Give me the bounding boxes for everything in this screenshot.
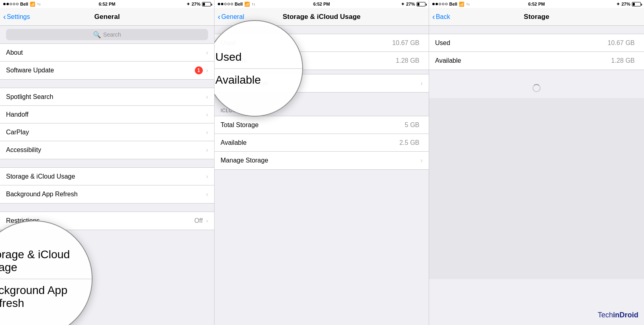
watermark-tech: Tech [598,311,613,319]
accessibility-row[interactable]: Accessibility › [0,141,214,159]
status-right-2: ✦ 27% [401,2,425,7]
status-bar-2: Bell 📶 ↑↓ 6:52 PM ✦ 27% [215,0,429,8]
back-button-3[interactable]: ‹ Back [432,13,450,21]
software-update-row[interactable]: Software Update 1 › [0,62,214,79]
signal-dots-1 [3,3,19,5]
icloud-available-row: Available 2.5 GB [215,134,429,152]
bluetooth-icon-2: ✦ [401,2,405,7]
status-bar-1: Bell 📶 ↑↓ 6:52 PM ✦ 27% [0,0,214,8]
signal-dots-3 [432,3,448,5]
dot3-1 [432,3,435,5]
manage-storage-chevron: › [421,80,423,87]
accessibility-chevron: › [206,146,208,154]
gray-content-area [429,98,644,279]
about-label: About [6,49,206,56]
time-3: 6:52 PM [528,2,545,6]
dot3-3 [439,3,441,5]
spacer-2 [0,159,214,167]
available-row-3: Available 1.28 GB [429,52,644,70]
handoff-chevron: › [206,111,208,118]
dot3 [10,3,12,5]
back-label-2[interactable]: General [221,13,244,21]
available-value-3: 1.28 GB [611,57,635,64]
storage-detail-group: Used 10.67 GB Available 1.28 GB [429,34,644,70]
background-app-chevron: › [206,191,208,198]
bluetooth-icon-1: ✦ [186,2,190,7]
handoff-row[interactable]: Handoff › [0,106,214,123]
icloud-available-label: Available [221,139,399,146]
used-value-2: 10.67 GB [392,39,419,47]
status-left-2: Bell 📶 ↑↓ [218,2,255,7]
spacer-3a [429,26,644,34]
about-row[interactable]: About › [0,44,214,62]
used-row-3: Used 10.67 GB [429,34,644,52]
battery-percent-3: 27% [621,2,630,6]
icloud-total-value: 5 GB [405,121,419,129]
carplay-row[interactable]: CarPlay › [0,123,214,141]
wifi-icon-1: 📶 [30,2,35,7]
available-label-3: Available [435,57,611,64]
spinner-container [429,78,644,98]
dot2-4 [227,3,230,5]
panel-storage-icloud: Bell 📶 ↑↓ 6:52 PM ✦ 27% ‹ General Storag… [215,0,429,325]
magnifier-row-available: Available [215,69,302,91]
icloud-manage-row[interactable]: Manage Storage › [215,152,429,169]
dot2-3 [224,3,227,5]
dot3-5 [445,3,448,5]
spotlight-row[interactable]: Spotlight Search › [0,88,214,106]
content-3: Used 10.67 GB Available 1.28 GB [429,26,644,325]
icloud-total-row: Total Storage 5 GB [215,116,429,134]
magnifier-row-used: Used [215,46,302,69]
battery-fill-3 [633,3,635,6]
table-group-1: About › Software Update 1 › [0,43,214,80]
carrier-1: Bell [20,2,28,6]
dot2 [6,3,9,5]
restrictions-value: Off [194,217,203,224]
battery-icon-3 [632,2,641,6]
software-update-badge: 1 [195,66,203,74]
watermark: TechinDroid [598,311,638,319]
restrictions-chevron: › [206,217,208,224]
nav-bar-1: ‹ Settings General [0,8,214,26]
nav-title-1: General [94,13,120,21]
back-chevron-2: ‹ [218,12,221,21]
nav-title-2: Storage & iCloud Usage [283,13,361,21]
spotlight-chevron: › [206,93,208,101]
back-settings-button[interactable]: ‹ Settings [3,13,30,21]
dot5 [16,3,19,5]
background-app-row[interactable]: Background App Refresh › [0,185,214,203]
about-chevron: › [206,49,208,56]
magnifier-row-background: Background App Refresh [0,279,92,315]
dot2-1 [218,3,220,5]
wifi-icon-2: 📶 [244,2,250,7]
icloud-manage-chevron: › [421,157,423,164]
back-label-1[interactable]: Settings [7,13,30,21]
dot1 [3,3,6,5]
bluetooth-icon-3: ✦ [616,2,620,7]
arrow-icon-1: ↑↓ [37,2,41,6]
dot2-2 [221,3,223,5]
available-value-2: 1.28 GB [396,57,419,64]
storage-icloud-row[interactable]: Storage & iCloud Usage › [0,168,214,185]
accessibility-label: Accessibility [6,146,206,154]
arrow-icon-2: ↑↓ [252,2,255,6]
nav-bar-3: ‹ Back Storage [429,8,644,26]
carrier-3: Bell [449,2,457,6]
table-group-3: Storage & iCloud Usage › Background App … [0,167,214,204]
dot4 [13,3,15,5]
panel-storage: Bell 📶 ↑↓ 6:52 PM ✦ 27% ‹ Back Storage U… [429,0,644,325]
loading-spinner [533,84,541,92]
battery-icon-1 [202,2,211,6]
time-1: 6:52 PM [99,2,116,6]
background-app-label: Background App Refresh [6,191,206,198]
dot3-4 [442,3,444,5]
search-placeholder-1: Search [103,31,121,38]
back-general-button[interactable]: ‹ General [218,13,244,21]
search-bar-1[interactable]: 🔍 Search [6,29,208,40]
carplay-chevron: › [206,129,208,136]
status-left-3: Bell 📶 ↑↓ [432,2,470,7]
dot3-2 [436,3,438,5]
status-bar-3: Bell 📶 ↑↓ 6:52 PM ✦ 27% [429,0,644,8]
used-label-3: Used [435,39,607,47]
back-label-3[interactable]: Back [436,13,450,21]
